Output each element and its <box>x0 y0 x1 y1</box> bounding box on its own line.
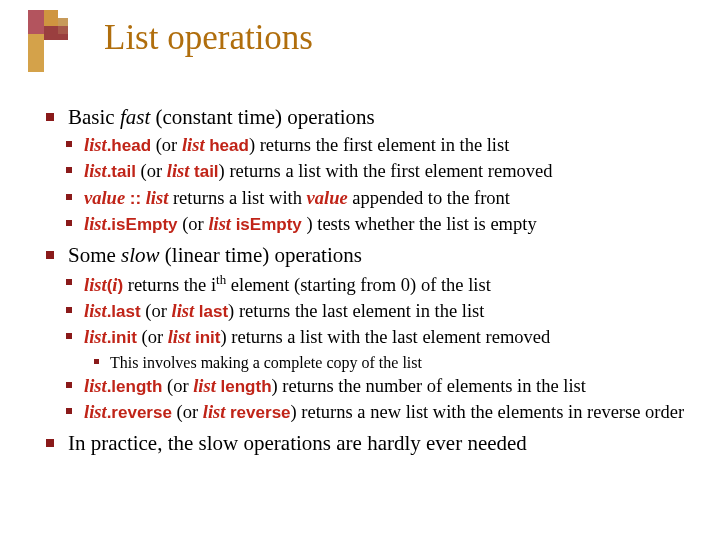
bullet-slow-heading: Some slow (linear time) operations <box>40 242 692 268</box>
slide-title: List operations <box>104 18 313 58</box>
bullet-isempty: list.isEmpty (or list isEmpty ) tests wh… <box>62 213 692 236</box>
corner-decoration <box>28 10 68 72</box>
bullet-fast-heading: Basic fast (constant time) operations <box>40 104 692 130</box>
bullet-last: list.last (or list last) returns the las… <box>62 300 692 323</box>
bullet-tail: list.tail (or list tail) returns a list … <box>62 160 692 183</box>
bullet-init-note: This involves making a complete copy of … <box>92 353 692 373</box>
bullet-head: list.head (or list head) returns the fir… <box>62 134 692 157</box>
bullet-length: list.length (or list length) returns the… <box>62 375 692 398</box>
slide-body: Basic fast (constant time) operations li… <box>40 104 692 460</box>
bullet-apply: list(i) returns the ith element (startin… <box>62 272 692 297</box>
bullet-init: list.init (or list init) returns a list … <box>62 326 692 349</box>
bullet-reverse: list.reverse (or list reverse) returns a… <box>62 401 692 424</box>
bullet-cons: value :: list returns a list with value … <box>62 187 692 210</box>
bullet-practice: In practice, the slow operations are har… <box>40 430 692 456</box>
